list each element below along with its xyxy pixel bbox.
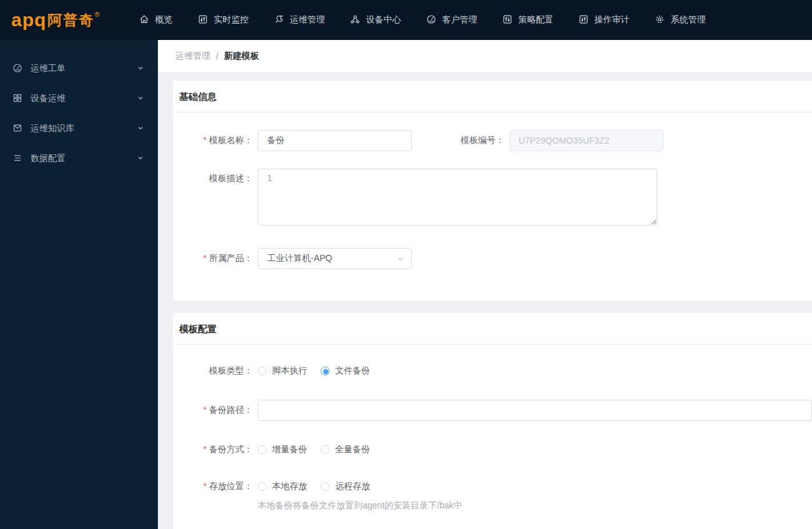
nav-item-label: 策略配置 [518,14,553,26]
device-node-icon [350,14,360,26]
nav-item-system-management[interactable]: 系统管理 [655,0,705,40]
template-code-label: 模板编号： [461,135,504,146]
radio-icon [321,445,330,454]
radio-full-backup[interactable]: 全量备份 [321,444,370,455]
radio-icon [321,367,330,375]
nav-item-overview[interactable]: 概览 [139,0,172,40]
template-desc-row: 模板描述： 1 [173,169,812,225]
gear-icon [655,14,665,26]
nav-item-label: 实时监控 [213,14,248,26]
radio-local-storage[interactable]: 本地存放 [258,481,307,492]
sidebar-item-label: 数据配置 [31,153,66,164]
chevron-down-icon [137,94,144,104]
radio-icon [321,482,330,491]
breadcrumb: 运维管理 / 新建模板 [158,40,812,72]
backup-mode-row: 备份方式： 增量备份 全量备份 [173,444,812,455]
backup-mode-radio-group: 增量备份 全量备份 [258,444,384,455]
gauge-icon [426,14,436,26]
product-row: 所属产品： 工业计算机-APQ [173,248,812,269]
basic-info-title: 基础信息 [173,81,812,112]
local-backup-hint: 本地备份将备份文件放置到agent的安装目录下/bak中 [258,500,812,512]
template-type-radio-group: 脚本执行 文件备份 [258,365,384,377]
nav-item-label: 操作审计 [594,14,629,26]
top-nav-menu: 概览 实时监控 运维管理 设备中心 客户管理 策略配置 操作审计 系统管理 [139,0,705,40]
storage-location-row: 存放位置： 本地存放 远程存放 [173,481,812,492]
chevron-down-icon [137,154,144,164]
nav-item-customer-management[interactable]: 客户管理 [426,0,477,40]
radio-label: 本地存放 [272,481,307,492]
template-desc-label: 模板描述： [173,169,253,184]
nav-item-operation-audit[interactable]: 操作审计 [579,0,629,40]
nav-item-label: 运维管理 [290,14,325,26]
template-type-label: 模板类型： [173,365,253,377]
sliders-icon [502,14,512,26]
radio-script-exec[interactable]: 脚本执行 [258,365,307,377]
nav-item-device-center[interactable]: 设备中心 [350,0,401,40]
radio-icon [258,367,267,375]
template-config-title: 模板配置 [173,313,812,345]
product-select-value: 工业计算机-APQ [267,253,332,264]
template-config-card: 模板配置 模板类型： 脚本执行 文件备份 [173,313,812,529]
backup-mode-label: 备份方式： [173,444,253,455]
template-type-row: 模板类型： 脚本执行 文件备份 [173,365,812,377]
chevron-down-icon [137,64,144,74]
backup-path-input[interactable] [258,400,812,421]
data-list-icon [12,153,22,165]
radio-icon [258,482,267,491]
nav-item-label: 系统管理 [670,14,705,26]
sliders-icon [579,14,589,26]
storage-location-label: 存放位置： [173,481,253,492]
radio-label: 增量备份 [272,444,307,455]
storage-location-radio-group: 本地存放 远程存放 [258,481,384,492]
basic-info-card: 基础信息 模板名称： 模板编号： 模板描述： 1 所属产品： 工业计算机-APQ [173,81,812,300]
home-icon [139,14,149,26]
grid-icon [12,93,22,105]
sidebar-item-data-config[interactable]: 数据配置 [0,144,158,174]
radio-label: 脚本执行 [272,365,307,377]
backup-path-label: 备份路径： [173,405,253,416]
brand-logo-cn: 阿普奇 [47,10,94,30]
nav-item-ops-management[interactable]: 运维管理 [274,0,325,40]
breadcrumb-current: 新建模板 [224,51,259,62]
main-content: 运维管理 / 新建模板 基础信息 模板名称： 模板编号： 模板描述： 1 所属产 [158,40,812,529]
sidebar-item-label: 运维工单 [31,63,66,74]
radio-icon [258,445,267,454]
sidebar-item-device-ops[interactable]: 设备运维 [0,84,158,114]
template-name-input[interactable] [258,130,412,151]
radio-label: 远程存放 [335,481,370,492]
radio-remote-storage[interactable]: 远程存放 [321,481,370,492]
brand-logo-latin: apq [11,10,46,30]
sidebar-item-label: 运维知识库 [31,123,74,134]
breadcrumb-separator: / [216,51,218,61]
template-name-label: 模板名称： [173,135,253,146]
breadcrumb-section[interactable]: 运维管理 [175,51,210,62]
product-label: 所属产品： [173,253,253,264]
sidebar-item-ops-knowledge-base[interactable]: 运维知识库 [0,114,158,144]
brand-logo[interactable]: apq 阿普奇 ® [11,10,99,30]
radio-label: 文件备份 [335,365,370,377]
brand-logo-registered-mark: ® [94,11,99,18]
nav-item-label: 客户管理 [442,14,477,26]
knowledge-icon [12,123,22,135]
product-select[interactable]: 工业计算机-APQ [258,248,412,269]
radio-file-backup[interactable]: 文件备份 [321,365,370,377]
chevron-down-icon [137,124,144,134]
chevron-down-icon [396,255,405,265]
nav-item-label: 概览 [155,14,172,26]
template-name-row: 模板名称： 模板编号： [173,130,812,151]
backup-path-row: 备份路径： [173,400,812,421]
monitor-icon [198,14,208,26]
sidebar: 运维工单 设备运维 运维知识库 数据配置 [0,40,158,529]
nav-item-label: 设备中心 [366,14,401,26]
sidebar-item-ops-workorder[interactable]: 运维工单 [0,54,158,84]
template-code-input [509,130,663,151]
nav-item-policy-config[interactable]: 策略配置 [502,0,553,40]
radio-label: 全量备份 [335,444,370,455]
radio-incremental-backup[interactable]: 增量备份 [258,444,307,455]
nav-item-realtime-monitor[interactable]: 实时监控 [198,0,248,40]
wrench-icon [274,14,284,26]
sidebar-item-label: 设备运维 [31,93,66,104]
top-navbar: apq 阿普奇 ® 概览 实时监控 运维管理 设备中心 客户管理 策略配置 [0,0,812,40]
template-desc-textarea[interactable]: 1 [258,169,657,225]
gauge-icon [12,63,22,75]
